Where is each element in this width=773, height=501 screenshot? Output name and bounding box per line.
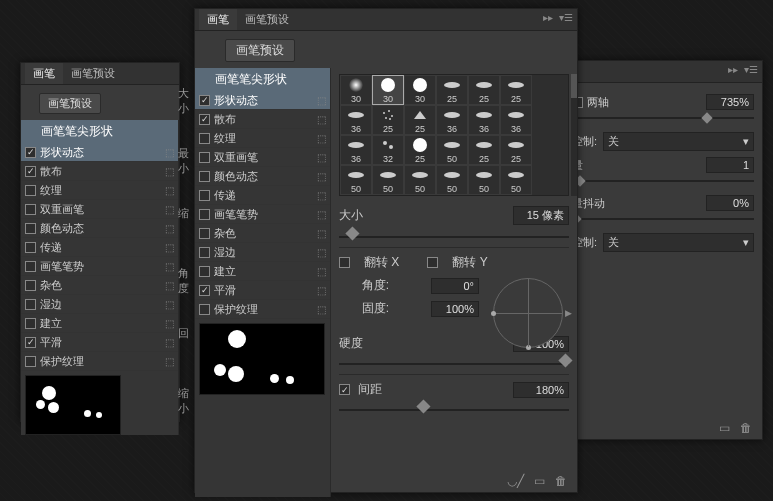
lock-icon[interactable]: ⬚: [317, 114, 326, 125]
spacing-checkbox[interactable]: ✓: [339, 384, 350, 395]
amount-value[interactable]: 1: [706, 157, 754, 173]
lock-icon[interactable]: ⬚: [165, 337, 174, 348]
toggle-preview-icon[interactable]: ◡╱: [507, 474, 524, 488]
lock-icon[interactable]: ⬚: [317, 133, 326, 144]
lock-icon[interactable]: ⬚: [165, 242, 174, 253]
option-checkbox[interactable]: ✓: [199, 95, 210, 106]
jitter-value[interactable]: 0%: [706, 195, 754, 211]
angle-input[interactable]: 0°: [431, 278, 479, 294]
option-颜色动态[interactable]: 颜色动态⬚: [21, 219, 178, 238]
brush-tip-shape-header[interactable]: 画笔笔尖形状: [195, 68, 330, 91]
lock-icon[interactable]: ⬚: [165, 261, 174, 272]
option-checkbox[interactable]: [25, 318, 36, 329]
brush-grid-scrollbar[interactable]: [571, 74, 577, 196]
brush-preset-25[interactable]: 25: [404, 135, 436, 165]
option-传递[interactable]: 传递⬚: [195, 186, 330, 205]
lock-icon[interactable]: ⬚: [165, 318, 174, 329]
option-双重画笔[interactable]: 双重画笔⬚: [195, 148, 330, 167]
control1-dropdown[interactable]: 关▾: [603, 132, 754, 151]
brush-preset-50[interactable]: 50: [436, 165, 468, 195]
brush-preset-30[interactable]: 30: [340, 75, 372, 105]
hardness-slider[interactable]: [339, 358, 569, 370]
brush-preset-25[interactable]: 25: [436, 75, 468, 105]
option-保护纹理[interactable]: 保护纹理⬚: [195, 300, 330, 319]
tab-preset[interactable]: 画笔预设: [237, 9, 297, 30]
lock-icon[interactable]: ⬚: [317, 190, 326, 201]
both-axis-slider[interactable]: [572, 113, 754, 123]
option-传递[interactable]: 传递⬚: [21, 238, 178, 257]
size-input[interactable]: 15 像素: [513, 206, 569, 225]
option-checkbox[interactable]: [199, 171, 210, 182]
option-建立[interactable]: 建立⬚: [195, 262, 330, 281]
brush-preset-25[interactable]: 25: [404, 105, 436, 135]
brush-preset-50[interactable]: 50: [372, 165, 404, 195]
option-画笔笔势[interactable]: 画笔笔势⬚: [195, 205, 330, 224]
option-checkbox[interactable]: [199, 228, 210, 239]
option-checkbox[interactable]: [25, 223, 36, 234]
lock-icon[interactable]: ⬚: [165, 185, 174, 196]
option-checkbox[interactable]: [25, 299, 36, 310]
spacing-input[interactable]: 180%: [513, 382, 569, 398]
option-checkbox[interactable]: [25, 242, 36, 253]
amount-slider[interactable]: [572, 176, 754, 186]
lock-icon[interactable]: ⬚: [165, 299, 174, 310]
option-checkbox[interactable]: [199, 266, 210, 277]
brush-preset-25[interactable]: 25: [372, 105, 404, 135]
brush-preset-30[interactable]: 30: [404, 75, 436, 105]
brush-tip-shape-header[interactable]: 画笔笔尖形状: [21, 120, 178, 143]
lock-icon[interactable]: ⬚: [317, 285, 326, 296]
angle-wheel[interactable]: ▶: [493, 278, 563, 348]
lock-icon[interactable]: ⬚: [317, 152, 326, 163]
brush-preset-36[interactable]: 36: [340, 105, 372, 135]
both-axis-value[interactable]: 735%: [706, 94, 754, 110]
lock-icon[interactable]: ⬚: [317, 228, 326, 239]
flip-x-checkbox[interactable]: [339, 257, 350, 268]
option-checkbox[interactable]: [199, 152, 210, 163]
option-checkbox[interactable]: ✓: [25, 337, 36, 348]
flip-y-checkbox[interactable]: [427, 257, 438, 268]
option-保护纹理[interactable]: 保护纹理⬚: [21, 352, 178, 371]
brush-preset-36[interactable]: 36: [500, 105, 532, 135]
brush-preset-50[interactable]: 50: [436, 135, 468, 165]
option-杂色[interactable]: 杂色⬚: [21, 276, 178, 295]
option-checkbox[interactable]: [25, 356, 36, 367]
roundness-input[interactable]: 100%: [431, 301, 479, 317]
lock-icon[interactable]: ⬚: [317, 95, 326, 106]
option-checkbox[interactable]: ✓: [199, 285, 210, 296]
brush-preset-32[interactable]: 32: [372, 135, 404, 165]
option-checkbox[interactable]: [199, 304, 210, 315]
option-平滑[interactable]: ✓平滑⬚: [195, 281, 330, 300]
brush-preset-36[interactable]: 36: [436, 105, 468, 135]
option-散布[interactable]: ✓散布⬚: [21, 162, 178, 181]
brush-preset-50[interactable]: 50: [340, 165, 372, 195]
option-checkbox[interactable]: ✓: [25, 147, 36, 158]
option-checkbox[interactable]: [199, 133, 210, 144]
expand-icon[interactable]: ▸▸: [728, 64, 738, 75]
brush-preset-50[interactable]: 50: [500, 165, 532, 195]
menu-icon[interactable]: ▾☰: [744, 64, 758, 75]
option-纹理[interactable]: 纹理⬚: [21, 181, 178, 200]
brush-preset-button[interactable]: 画笔预设: [39, 93, 101, 114]
lock-icon[interactable]: ⬚: [317, 266, 326, 277]
option-checkbox[interactable]: [199, 209, 210, 220]
brush-preset-36[interactable]: 36: [468, 105, 500, 135]
tab-brush[interactable]: 画笔: [25, 63, 63, 84]
lock-icon[interactable]: ⬚: [317, 304, 326, 315]
brush-preset-25[interactable]: 25: [500, 135, 532, 165]
new-preset-icon[interactable]: ▭: [534, 474, 545, 488]
option-checkbox[interactable]: ✓: [199, 114, 210, 125]
brush-preset-50[interactable]: 50: [404, 165, 436, 195]
control2-dropdown[interactable]: 关▾: [603, 233, 754, 252]
brush-preset-25[interactable]: 25: [500, 75, 532, 105]
jitter-slider[interactable]: [572, 214, 754, 224]
brush-preset-25[interactable]: 25: [468, 75, 500, 105]
tab-brush[interactable]: 画笔: [199, 9, 237, 30]
brush-preset-50[interactable]: 50: [468, 165, 500, 195]
option-双重画笔[interactable]: 双重画笔⬚: [21, 200, 178, 219]
spacing-slider[interactable]: [339, 404, 569, 416]
option-形状动态[interactable]: ✓形状动态⬚: [21, 143, 178, 162]
option-形状动态[interactable]: ✓形状动态⬚: [195, 91, 330, 110]
option-杂色[interactable]: 杂色⬚: [195, 224, 330, 243]
option-checkbox[interactable]: [25, 185, 36, 196]
option-checkbox[interactable]: [25, 204, 36, 215]
